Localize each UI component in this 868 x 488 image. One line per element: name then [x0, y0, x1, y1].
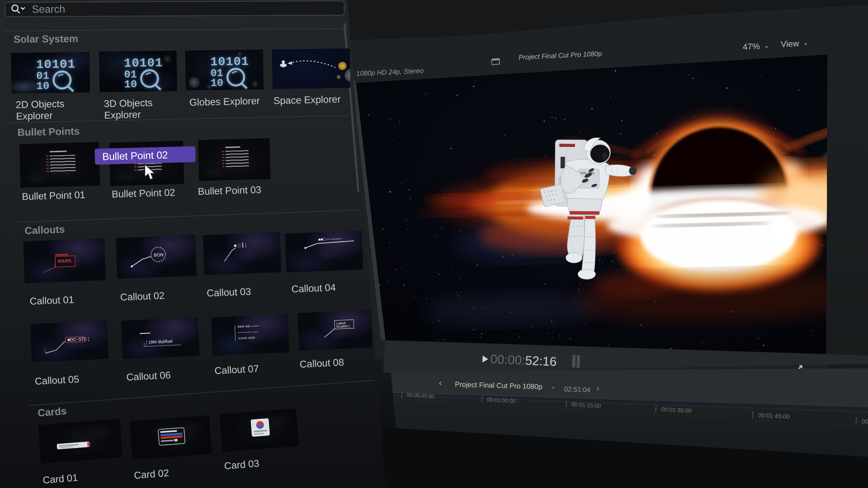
svg-text:MARS: MARS [58, 258, 71, 264]
svg-text:≡≡≡ ≡≡ ───: ≡≡≡ ≡≡ ─── [237, 324, 260, 329]
svg-text:───── ──: ───── ── [237, 330, 258, 335]
svg-text:10: 10 [36, 80, 50, 93]
svg-text:≡≡≡≡ ≡≡≡: ≡≡≡≡ ≡≡≡ [238, 336, 255, 340]
svg-text:BON: BON [154, 252, 163, 258]
svg-text:¦ 18M dist/fuel: ¦ 18M dist/fuel [146, 339, 173, 345]
svg-text:location ¦: location ¦ [336, 324, 350, 328]
svg-text:■■□ ▫▫ ────: ■■□ ▫▫ ──── [318, 236, 342, 242]
svg-text:10: 10 [211, 77, 223, 89]
svg-text:10: 10 [124, 79, 137, 90]
